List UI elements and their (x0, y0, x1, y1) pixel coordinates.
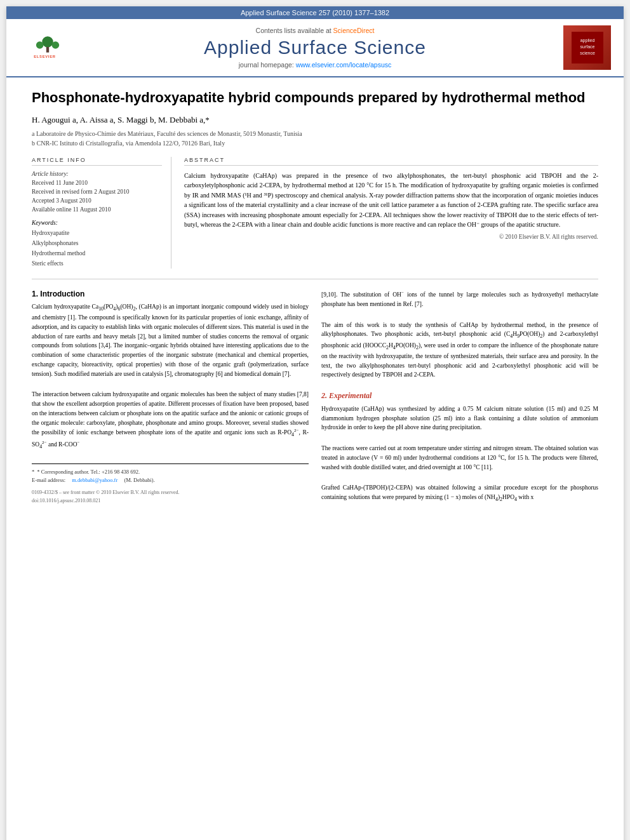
affiliation-b: b CNR-IC Istituto di Cristallografia, vi… (32, 138, 598, 148)
keyword-alkylphosphonates: Alkylphosphonates (32, 238, 162, 248)
email-person: (M. Debbabi). (124, 476, 154, 485)
article-info-column: ARTICLE INFO Article history: Received 1… (32, 157, 171, 269)
body-right-column: [9,10]. The substitution of OH− ions of … (321, 290, 598, 505)
intro-paragraph-4: The aim of this work is to study the syn… (321, 321, 598, 380)
section1-heading: 1. Introduction (32, 290, 309, 298)
affiliation-a: a Laboratoire de Physico-Chimie des Maté… (32, 129, 598, 138)
journal-header: ELSEVIER Contents lists available at Sci… (6, 19, 624, 77)
keywords-label: Keywords: (32, 220, 162, 226)
sciencedirect-link[interactable]: ScienceDirect (333, 27, 375, 34)
journal-citation-bar: Applied Surface Science 257 (2010) 1377–… (6, 6, 624, 19)
keyword-hydrothermal: Hydrothermal method (32, 248, 162, 258)
author-email[interactable]: m.debbabi@yahoo.fr (72, 476, 117, 485)
svg-text:ELSEVIER: ELSEVIER (34, 55, 56, 58)
experimental-paragraph-3: Grafted CaHAp-(TBPOH)/(2-CEPA) was obtai… (321, 483, 598, 503)
svg-text:surface: surface (580, 44, 594, 49)
corresponding-author-note: * * Corresponding author. Tel.: +216 98 … (32, 468, 309, 477)
intro-paragraph-2: The interaction between calcium hydroxya… (32, 390, 309, 451)
page: Applied Surface Science 257 (2010) 1377–… (6, 6, 624, 840)
section2-heading: 2. Experimental (321, 391, 598, 401)
svg-text:science: science (580, 51, 595, 55)
authors-line: H. Agougui a, A. Aissa a, S. Maggi b, M.… (32, 115, 598, 125)
experimental-paragraph-2: The reactions were carried out at room t… (321, 444, 598, 472)
keywords-section: Keywords: Hydroxyapatite Alkylphosphonat… (32, 220, 162, 269)
received-revised-date: Received in revised form 2 August 2010 (32, 187, 162, 196)
available-date: Available online 11 August 2010 (32, 205, 162, 214)
elsevier-tree-icon: ELSEVIER (25, 35, 70, 60)
received-date: Received 11 June 2010 (32, 178, 162, 187)
abstract-text: Calcium hydroxyapatite (CaHAp) was prepa… (184, 171, 598, 230)
abstract-copyright: © 2010 Elsevier B.V. All rights reserved… (184, 234, 598, 240)
svg-rect-2 (46, 47, 49, 53)
journal-badge-area: applied surface science (554, 25, 611, 70)
corresponding-star: * (32, 468, 34, 477)
abstract-column: ABSTRACT Calcium hydroxyapatite (CaHAp) … (184, 157, 598, 269)
elsevier-logo-area: ELSEVIER (19, 35, 76, 60)
journal-badge: applied surface science (563, 25, 611, 70)
article-info-label: ARTICLE INFO (32, 157, 162, 166)
svg-text:applied: applied (580, 38, 594, 43)
keyword-steric: Steric effects (32, 258, 162, 269)
intro-paragraph-3: [9,10]. The substitution of OH− ions of … (321, 290, 598, 309)
badge-graphic: applied surface science (572, 32, 603, 63)
affiliations: a Laboratoire de Physico-Chimie des Maté… (32, 129, 598, 148)
article-history-group: Article history: Received 11 June 2010 R… (32, 171, 162, 215)
section-divider (32, 279, 598, 279)
issn-line: 0169-4332/$ – see front matter © 2010 El… (32, 489, 309, 505)
homepage-url[interactable]: www.elsevier.com/locate/apsusc (296, 61, 392, 69)
accepted-date: Accepted 3 August 2010 (32, 196, 162, 205)
intro-paragraph-1: Calcium hydroxyapatite Ca10(PO4)6(OH)2, … (32, 302, 309, 378)
email-note: E-mail address: m.debbabi@yahoo.fr (M. D… (32, 476, 309, 485)
svg-point-4 (52, 41, 60, 49)
journal-header-center: Contents lists available at ScienceDirec… (76, 27, 554, 69)
article-info-abstract-section: ARTICLE INFO Article history: Received 1… (32, 157, 598, 269)
keyword-hydroxyapatite: Hydroxyapatite (32, 228, 162, 238)
main-content: Phosphonate-hydroxyapatite hybrid compou… (6, 77, 624, 518)
abstract-label: ABSTRACT (184, 157, 598, 166)
body-two-columns: 1. Introduction Calcium hydroxyapatite C… (32, 290, 598, 505)
article-title: Phosphonate-hydroxyapatite hybrid compou… (32, 89, 598, 107)
svg-point-1 (42, 36, 53, 47)
issn-text: 0169-4332/$ – see front matter © 2010 El… (32, 489, 309, 497)
svg-point-3 (36, 41, 44, 49)
contents-available-line: Contents lists available at ScienceDirec… (76, 27, 554, 34)
journal-title: Applied Surface Science (76, 37, 554, 58)
article-footer: * * Corresponding author. Tel.: +216 98 … (32, 463, 309, 505)
author-list: H. Agougui a, A. Aissa a, S. Maggi b, M.… (32, 115, 210, 124)
journal-citation-text: Applied Surface Science 257 (2010) 1377–… (241, 9, 389, 17)
journal-homepage-line: journal homepage: www.elsevier.com/locat… (76, 61, 554, 69)
body-left-column: 1. Introduction Calcium hydroxyapatite C… (32, 290, 309, 505)
experimental-paragraph-1: Hydroxyapatite (CaHAp) was synthesized b… (321, 404, 598, 432)
doi-text: doi:10.1016/j.apsusc.2010.08.021 (32, 497, 309, 505)
history-label: Article history: (32, 171, 162, 177)
